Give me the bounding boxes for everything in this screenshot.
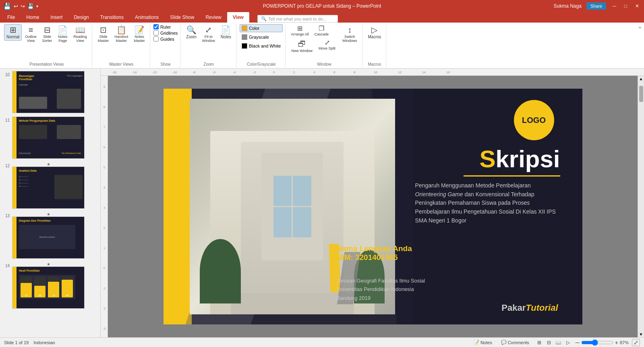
- svg-text:0: 0: [273, 71, 275, 74]
- notes-page-label: NotesPage: [58, 35, 68, 43]
- svg-text:-3: -3: [103, 327, 106, 330]
- scroll-down-btn[interactable]: ▼: [638, 331, 644, 337]
- btn-slide-master[interactable]: ⊡ SlideMaster: [95, 24, 112, 44]
- presentation-views-buttons: ⊞ Normal ≡ OutlineView ⊟ SlideSorter 📄 N…: [4, 24, 89, 67]
- btn-notes-master[interactable]: 📝 NotesMaster: [131, 24, 147, 44]
- btn-outline-view[interactable]: ≡ OutlineView: [23, 24, 39, 44]
- color-options: Color Grayscale Black and White: [240, 24, 283, 56]
- save-btn[interactable]: 💾: [27, 3, 34, 9]
- btn-cascade[interactable]: ❐ Cascade: [313, 24, 331, 37]
- zoom-label: Zoom: [186, 35, 197, 39]
- notes-page-icon: 📄: [58, 26, 68, 34]
- group-label-presentation-views: Presentation Views: [2, 62, 92, 66]
- slide-item-13[interactable]: 13 ★ Diagram Alur Penelitian flowchart c…: [2, 211, 99, 260]
- option-color[interactable]: Color: [240, 24, 283, 32]
- slide-info: Slide 1 of 19: [4, 340, 29, 345]
- share-button[interactable]: Share: [586, 2, 606, 10]
- notes-zoom-label: Notes: [221, 35, 231, 39]
- view-reading-btn[interactable]: 📖: [555, 339, 563, 346]
- minimize-btn[interactable]: ─: [611, 3, 618, 9]
- tab-home[interactable]: Home: [21, 12, 45, 23]
- slide-canvas-wrapper[interactable]: LOGO Skripsi Pengaruh Menggunaan Metode …: [108, 76, 638, 337]
- btn-arrange-all[interactable]: ⊞ Arrange All: [289, 24, 311, 37]
- close-btn[interactable]: ✕: [634, 3, 641, 9]
- btn-new-window[interactable]: 🗗 New Window: [289, 38, 315, 54]
- maximize-btn[interactable]: □: [623, 3, 629, 9]
- group-label-zoom: Zoom: [181, 62, 236, 66]
- collapse-ribbon-btn[interactable]: ⌃: [638, 26, 642, 32]
- btn-fit-to-window[interactable]: ⤢ Fit toWindow: [200, 24, 217, 44]
- svg-text:7: 7: [104, 126, 105, 129]
- color-swatch: [242, 25, 247, 31]
- undo-btn[interactable]: ↩: [14, 3, 18, 9]
- svg-text:-2: -2: [103, 307, 106, 310]
- btn-handout-master[interactable]: 📋 HandoutMaster: [112, 24, 130, 44]
- quickaccess-btn[interactable]: ▾: [36, 4, 38, 8]
- handout-master-label: HandoutMaster: [114, 35, 128, 43]
- scroll-thumb[interactable]: [639, 86, 643, 102]
- svg-text:12: 12: [398, 71, 402, 74]
- btn-slide-sorter[interactable]: ⊟ SlideSorter: [40, 24, 55, 44]
- checkbox-ruler[interactable]: Ruler: [153, 24, 178, 29]
- macros-label: Macros: [368, 35, 381, 39]
- checkbox-guides[interactable]: Guides: [153, 36, 178, 42]
- scroll-up-btn[interactable]: ▲: [638, 76, 644, 82]
- search-bar[interactable]: 🔍 Tell me what you want to do...: [257, 15, 338, 23]
- svg-text:4: 4: [313, 71, 315, 74]
- tab-design[interactable]: Design: [68, 12, 94, 23]
- notes-icon: 📝: [474, 340, 479, 345]
- svg-text:0: 0: [104, 267, 105, 270]
- slide-title-prefix: S: [479, 145, 495, 172]
- btn-switch-windows[interactable]: ↕ SwitchWindows: [340, 24, 360, 44]
- slide-canvas: LOGO Skripsi Pengaruh Menggunaan Metode …: [164, 89, 582, 324]
- tab-review[interactable]: Review: [200, 12, 227, 23]
- view-slideshow-btn[interactable]: ▷: [564, 339, 572, 346]
- group-window: ⊞ Arrange All ❐ Cascade 🗗 New Window ⤢: [286, 24, 362, 67]
- fit-slide-btn[interactable]: ⤢: [632, 339, 640, 346]
- tab-slideshow[interactable]: Slide Show: [164, 12, 200, 23]
- btn-notes-zoom[interactable]: 📄 Notes: [218, 24, 234, 41]
- btn-normal[interactable]: ⊞ Normal: [4, 24, 22, 41]
- grayscale-swatch: [242, 34, 247, 40]
- svg-text:-8: -8: [193, 71, 196, 74]
- svg-text:1: 1: [104, 247, 105, 249]
- scrollbar-vertical[interactable]: ▲ ▼: [638, 76, 644, 337]
- tab-transitions[interactable]: Transitions: [95, 12, 129, 23]
- tab-insert[interactable]: Insert: [45, 12, 68, 23]
- btn-macros[interactable]: ▷ Macros: [366, 24, 384, 41]
- zoom-out-btn[interactable]: ─: [576, 339, 580, 346]
- checkbox-gridlines[interactable]: Gridlines: [153, 30, 178, 35]
- svg-text:4: 4: [104, 186, 105, 189]
- option-black-white[interactable]: Black and White: [240, 42, 283, 50]
- slide-item-11[interactable]: 11 Metode Pengumpulan Data Dokumentasi T…: [2, 116, 99, 160]
- new-window-icon: 🗗: [298, 40, 306, 48]
- view-sorter-btn[interactable]: ⊟: [545, 339, 553, 346]
- tab-file[interactable]: File: [2, 12, 21, 23]
- btn-move-split[interactable]: ⤢ Move Split: [317, 38, 338, 54]
- slide-item-12[interactable]: 12 ★ Analisis Data ① ─────② ─────③ ─────…: [2, 161, 99, 210]
- option-grayscale[interactable]: Grayscale: [240, 33, 283, 41]
- group-presentation-views: ⊞ Normal ≡ OutlineView ⊟ SlideSorter 📄 N…: [2, 24, 92, 67]
- handout-master-icon: 📋: [116, 26, 126, 34]
- group-label-macros: Macros: [363, 62, 386, 66]
- ribbon-tabs: File Home Insert Design Transitions Anim…: [0, 12, 644, 23]
- slide-panel: 10 Rancangan Penelitian Pro Lapangan Lap…: [0, 69, 101, 337]
- notes-button[interactable]: 📝 Notes: [471, 339, 495, 346]
- tab-view[interactable]: View: [227, 12, 249, 23]
- btn-reading-view[interactable]: 📖 ReadingView: [71, 24, 89, 44]
- btn-zoom[interactable]: 🔍 Zoom: [184, 24, 199, 41]
- view-normal-btn[interactable]: ⊞: [535, 339, 543, 346]
- zoom-slider[interactable]: [581, 339, 613, 346]
- slide-num-13: 13: [2, 212, 10, 218]
- tab-animations[interactable]: Animations: [129, 12, 164, 23]
- comments-button[interactable]: 💬 Comments: [498, 339, 532, 346]
- redo-btn[interactable]: ↪: [21, 3, 25, 9]
- slide-item-14[interactable]: 14 ★ Hasil Penelitian 75 58 79 88: [2, 261, 99, 310]
- zoom-in-btn[interactable]: +: [615, 339, 618, 346]
- notes-label: Notes: [480, 340, 492, 345]
- slide-university-line2: Universitas Pendidikan Indonesia: [337, 285, 425, 293]
- outline-icon: ≡: [29, 26, 33, 34]
- slide-item-10[interactable]: 10 Rancangan Penelitian Pro Lapangan Lap…: [2, 70, 99, 114]
- btn-notes-page[interactable]: 📄 NotesPage: [55, 24, 70, 44]
- svg-text:-1: -1: [103, 287, 106, 290]
